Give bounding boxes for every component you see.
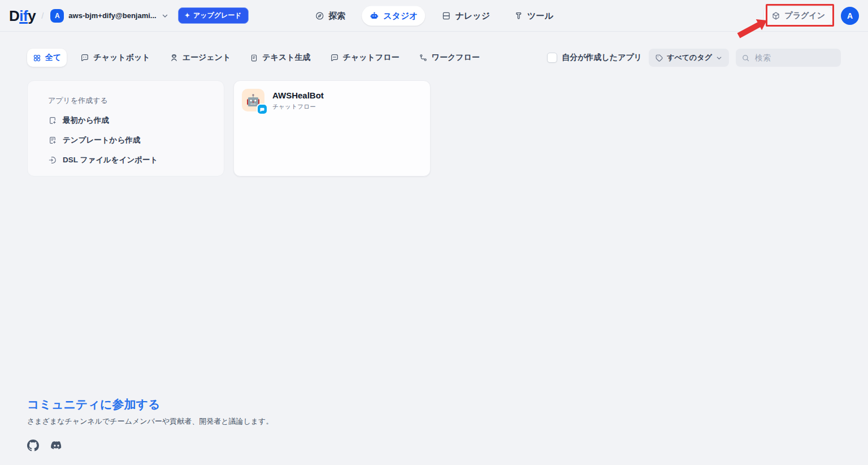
tab-label: テキスト生成 (262, 53, 310, 63)
right-filters: 自分が作成したアプリ すべてのタグ (547, 49, 841, 67)
create-item-label: 最初から作成 (63, 115, 109, 126)
tab-label: チャットフロー (343, 53, 400, 63)
chevron-down-icon (161, 12, 169, 20)
document-icon (250, 54, 258, 62)
upgrade-label: アップグレード (193, 11, 242, 20)
app-type-tabs: 全て チャットボット エージェント (27, 49, 485, 67)
tag-icon (655, 54, 663, 62)
create-app-card: アプリを作成する 最初から作成 テンプレートから作成 (27, 80, 224, 176)
plugins-label: プラグイン (784, 11, 825, 21)
agent-icon (170, 53, 179, 62)
tab-chatbot[interactable]: チャットボット (75, 49, 155, 67)
main-nav: 探索 スタジオ ナレッジ ツール (307, 6, 561, 25)
logo-letter: D (9, 7, 19, 24)
tag-filter-label: すべてのタグ (667, 53, 712, 63)
nav-label: ナレッジ (455, 10, 490, 21)
github-icon[interactable] (27, 440, 39, 451)
import-arrow-icon (48, 156, 57, 165)
chat-bubble-icon (80, 53, 89, 62)
nav-label: 探索 (328, 10, 345, 21)
nav-item-studio[interactable]: スタジオ (362, 6, 425, 25)
upgrade-button[interactable]: ✦ アップグレード (178, 7, 249, 24)
app-name: AWSHealBot (272, 91, 324, 100)
workspace-avatar: A (50, 9, 64, 23)
chatflow-badge-icon (257, 104, 268, 115)
search-box (736, 49, 841, 67)
logo-letters-if: if (19, 7, 28, 24)
sparkle-icon: ✦ (185, 12, 190, 19)
nav-item-explore[interactable]: 探索 (307, 6, 353, 25)
import-dsl-button[interactable]: DSL ファイルをインポート (48, 155, 212, 165)
tab-text-generation[interactable]: テキスト生成 (244, 49, 316, 67)
create-from-blank-button[interactable]: 最初から作成 (48, 115, 212, 126)
search-input[interactable] (754, 53, 835, 63)
breadcrumb-separator: / (41, 11, 44, 20)
hammer-tool-icon (514, 11, 523, 20)
app-cards: アプリを作成する 最初から作成 テンプレートから作成 (27, 80, 841, 176)
app-icon: 🤖 (242, 89, 264, 111)
studio-main: 全て チャットボット エージェント (0, 32, 868, 176)
tab-chatflow[interactable]: チャットフロー (324, 49, 405, 67)
tag-filter-dropdown[interactable]: すべてのタグ (649, 49, 729, 67)
nav-label: スタジオ (383, 10, 418, 21)
tab-all[interactable]: 全て (27, 49, 67, 67)
create-item-label: DSL ファイルをインポート (63, 155, 158, 165)
app-type-label: チャットフロー (272, 103, 324, 111)
tab-label: ワークフロー (432, 53, 480, 63)
tab-label: チャットボット (93, 53, 150, 63)
plugins-button[interactable]: プラグイン (763, 6, 833, 25)
filter-row: 全て チャットボット エージェント (27, 48, 841, 68)
tab-label: 全て (45, 53, 61, 63)
chevron-down-icon (715, 54, 723, 62)
chatflow-bubble-icon (330, 53, 339, 62)
community-links (27, 439, 273, 451)
create-from-template-button[interactable]: テンプレートから作成 (48, 135, 212, 145)
nav-label: ツール (527, 10, 553, 21)
tab-agent[interactable]: エージェント (164, 49, 237, 67)
workspace-name: aws-bjm+dify@benjami... (68, 11, 156, 20)
my-apps-checkbox[interactable] (547, 53, 557, 63)
app-card-awshealbot[interactable]: 🤖 AWSHealBot チャットフロー (233, 80, 431, 176)
user-avatar[interactable]: A (841, 7, 859, 25)
app-meta: AWSHealBot チャットフロー (272, 89, 324, 111)
package-box-icon (771, 11, 780, 20)
community-section: コミュニティに参加する さまざまなチャンネルでチームメンバーや貢献者、開発者と議… (27, 397, 273, 451)
discord-icon[interactable] (50, 439, 63, 451)
template-plus-icon (48, 136, 57, 145)
tab-workflow[interactable]: ワークフロー (413, 49, 485, 67)
search-icon (741, 54, 750, 62)
workspace-selector[interactable]: A aws-bjm+dify@benjami... (49, 7, 170, 25)
community-subtitle: さまざまなチャンネルでチームメンバーや貢献者、開発者と議論します。 (27, 416, 273, 427)
community-title: コミュニティに参加する (27, 397, 273, 411)
tab-label: エージェント (183, 53, 231, 63)
explore-compass-icon (315, 11, 324, 20)
nav-item-tools[interactable]: ツール (506, 6, 561, 25)
robot-icon (369, 11, 379, 21)
grid-icon (33, 54, 41, 62)
my-apps-filter: 自分が作成したアプリ (547, 53, 642, 63)
workflow-nodes-icon (419, 53, 428, 62)
create-item-label: テンプレートから作成 (63, 135, 140, 145)
header: Dify / A aws-bjm+dify@benjami... ✦ アップグレ… (0, 0, 868, 32)
my-apps-label: 自分が作成したアプリ (562, 53, 642, 63)
dify-logo[interactable]: Dify (9, 8, 36, 23)
file-plus-icon (48, 116, 57, 125)
create-app-title: アプリを作成する (48, 96, 212, 106)
book-icon (442, 11, 452, 20)
dify-studio-page: Dify / A aws-bjm+dify@benjami... ✦ アップグレ… (0, 0, 868, 465)
nav-item-knowledge[interactable]: ナレッジ (435, 6, 497, 25)
logo-letter: y (28, 7, 36, 24)
